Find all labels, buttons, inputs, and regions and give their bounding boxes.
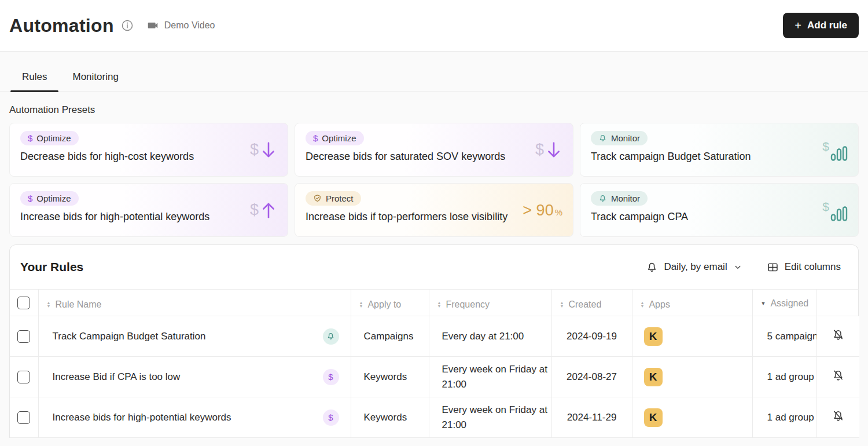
select-all-checkbox[interactable]	[17, 297, 30, 309]
edit-columns-label: Edit columns	[785, 261, 841, 273]
dollar-bars-icon: $	[822, 138, 849, 162]
frequency-cell: Every week on Friday at 21:00	[429, 357, 551, 397]
preset-card-track-cpa[interactable]: Monitor Track campaign CPA $	[580, 183, 859, 237]
edit-columns-button[interactable]: Edit columns	[767, 261, 841, 273]
demo-video-label: Demo Video	[164, 20, 215, 31]
notification-frequency-dropdown[interactable]: Daily, by email	[646, 261, 742, 273]
bell-icon	[646, 261, 658, 273]
demo-video-link[interactable]: Demo Video	[146, 19, 215, 32]
sort-icon[interactable]: ▲▼	[641, 301, 645, 308]
column-header-apps[interactable]: ▲▼Apps	[632, 290, 752, 316]
badge-label: Monitor	[611, 193, 640, 203]
row-checkbox[interactable]	[17, 411, 30, 424]
preset-title: Decrease bids for high-cost keywords	[20, 151, 277, 163]
tab-rules-label: Rules	[22, 71, 47, 82]
dollar-down-icon: $	[250, 141, 277, 159]
ghost-dollar: $	[822, 139, 829, 153]
rule-name: Track Campaign Budget Saturation	[53, 331, 206, 342]
column-header-actions	[816, 290, 859, 316]
column-label: Created	[568, 299, 601, 310]
dollar-icon: $	[313, 133, 318, 143]
assigned-cell: 1 ad group	[752, 357, 816, 397]
ghost-dollar: $	[250, 141, 259, 159]
tab-monitoring-label: Monitoring	[72, 71, 118, 82]
tab-bar: Rules Monitoring	[0, 63, 868, 92]
preset-card-decrease-sov[interactable]: $ Optimize Decrease bids for saturated S…	[295, 123, 573, 177]
preset-title: Decrease bids for saturated SOV keywords	[306, 151, 562, 163]
preset-title: Track campaign Budget Saturation	[591, 151, 848, 163]
dollar-icon: $	[28, 193, 32, 203]
dollar-down-icon: $	[535, 141, 562, 159]
add-rule-label: Add rule	[807, 20, 847, 31]
shield-check-icon	[313, 194, 322, 203]
column-header-created[interactable]: ▲▼Created	[551, 290, 632, 316]
dollar-up-icon: $	[250, 201, 277, 220]
protect-badge: Protect	[306, 191, 361, 206]
optimize-badge: $ Optimize	[20, 191, 79, 206]
preset-card-decrease-high-cost[interactable]: $ Optimize Decrease bids for high-cost k…	[9, 123, 288, 177]
created-cell: 2024-08-27	[551, 357, 632, 397]
bell-icon	[598, 134, 607, 142]
column-label: Assigned	[770, 298, 808, 309]
app-icon-k: K	[644, 327, 663, 346]
created-cell: 2024-09-19	[551, 316, 632, 357]
chevron-down-icon	[733, 262, 742, 272]
add-rule-button[interactable]: + Add rule	[783, 13, 859, 38]
assigned-cell: 5 campaigns	[752, 316, 816, 357]
rules-table: ▲▼Rule Name ▲▼Apply to ▲▼Frequency ▲▼Cre…	[10, 289, 859, 438]
ghost-dollar: $	[250, 201, 259, 219]
bell-off-icon[interactable]	[832, 328, 845, 342]
content-area: Rules Monitoring Automation Presets $ Op…	[0, 51, 868, 446]
bell-off-icon[interactable]	[832, 369, 845, 382]
rule-name: Increase bids for high-potential keyword…	[53, 412, 231, 423]
rule-row-high-potential[interactable]: Increase bids for high-potential keyword…	[10, 397, 859, 438]
bell-icon	[598, 194, 607, 203]
badge-label: Optimize	[36, 193, 71, 203]
badge-label: Optimize	[36, 133, 71, 143]
preset-card-lose-visibility[interactable]: Protect Increase bids if top-performers …	[295, 183, 573, 237]
sort-icon[interactable]: ▲▼	[560, 301, 564, 308]
monitor-bell-icon	[323, 328, 339, 345]
ghost-dollar: $	[822, 199, 829, 213]
sort-icon[interactable]: ▲▼	[47, 301, 51, 308]
threshold-90-percent: > 90 %	[523, 201, 562, 219]
dollar-bars-icon: $	[822, 198, 849, 222]
preset-card-budget-saturation[interactable]: Monitor Track campaign Budget Saturation…	[580, 123, 859, 177]
dollar-icon: $	[323, 410, 339, 426]
optimize-badge: $ Optimize	[20, 131, 79, 145]
ghost-dollar: $	[535, 141, 544, 159]
sort-icon[interactable]: ▲▼	[437, 301, 442, 308]
info-icon[interactable]	[121, 19, 134, 32]
created-cell: 2024-11-29	[551, 397, 632, 438]
your-rules-panel: Your Rules Daily, by email	[9, 244, 859, 438]
video-camera-icon	[146, 19, 159, 32]
tab-monitoring[interactable]: Monitoring	[60, 63, 131, 91]
column-header-assigned[interactable]: ▼Assigned	[752, 290, 816, 316]
plus-icon: +	[795, 20, 801, 31]
sort-icon[interactable]: ▲▼	[359, 301, 363, 308]
row-checkbox[interactable]	[17, 330, 30, 343]
column-label: Apps	[649, 299, 670, 310]
apply-to-cell: Keywords	[351, 397, 429, 438]
row-checkbox[interactable]	[17, 371, 30, 383]
rules-panel-header: Your Rules Daily, by email	[10, 245, 858, 289]
preset-card-increase-high-potential[interactable]: $ Optimize Increase bids for high-potent…	[9, 183, 288, 237]
monitor-badge: Monitor	[591, 191, 648, 206]
column-label: Frequency	[446, 299, 490, 310]
bell-off-icon[interactable]	[832, 410, 845, 423]
frequency-cell: Every week on Friday at 21:00	[429, 397, 551, 438]
tab-rules[interactable]: Rules	[9, 63, 60, 91]
sort-desc-icon[interactable]: ▼	[761, 301, 766, 306]
preset-title: Track campaign CPA	[591, 211, 848, 223]
column-header-apply-to[interactable]: ▲▼Apply to	[351, 290, 429, 316]
column-header-frequency[interactable]: ▲▼Frequency	[429, 290, 551, 316]
page-title: Automation	[9, 15, 114, 36]
rule-row-cpa-too-low[interactable]: Increase Bid if CPA is too low $ Keyword…	[10, 357, 859, 397]
rule-name: Increase Bid if CPA is too low	[53, 371, 181, 383]
column-label: Apply to	[367, 299, 401, 310]
column-header-rule-name[interactable]: ▲▼Rule Name	[38, 290, 351, 316]
rule-row-budget-saturation[interactable]: Track Campaign Budget Saturation Campaig…	[10, 316, 859, 357]
apply-to-cell: Campaigns	[351, 316, 429, 357]
column-label: Rule Name	[55, 299, 101, 310]
percent-sign: %	[555, 207, 562, 217]
